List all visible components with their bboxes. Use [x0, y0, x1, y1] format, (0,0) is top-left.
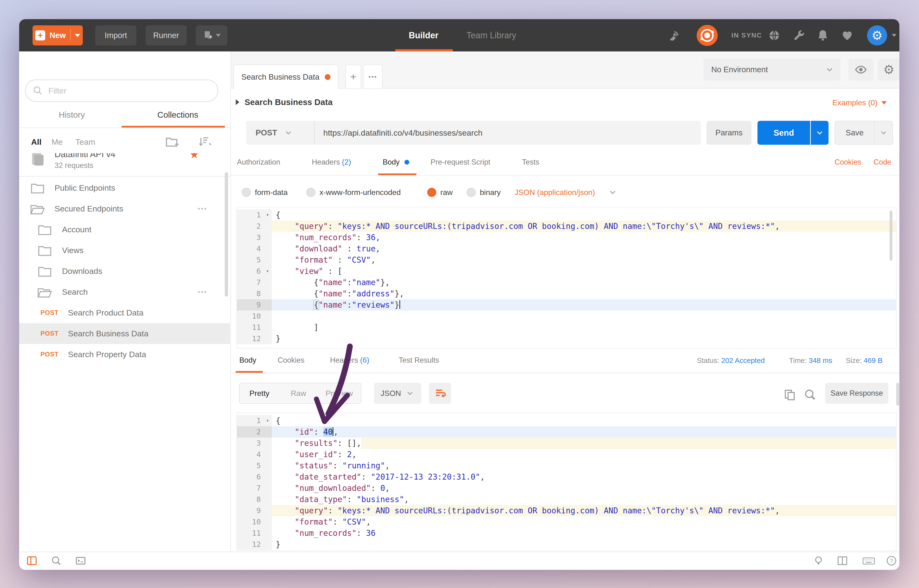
- toggle-sidebar-button[interactable]: [23, 552, 40, 569]
- view-raw-button[interactable]: Raw: [279, 383, 318, 404]
- tab-prerequest-script[interactable]: Pre-request Script: [430, 158, 490, 166]
- chevron-down-icon: [284, 128, 293, 137]
- wrap-lines-button[interactable]: [429, 383, 451, 404]
- tab-collections[interactable]: Collections: [125, 108, 230, 122]
- bootcamp-button[interactable]: [810, 552, 827, 569]
- scope-me[interactable]: Me: [52, 137, 63, 147]
- sidebar-request-search-business-data[interactable]: POST Search Business Data: [19, 323, 230, 344]
- environment-preview-button[interactable]: [848, 58, 873, 81]
- environment-select[interactable]: No Environment: [704, 58, 840, 81]
- sort-icon[interactable]: [197, 135, 212, 149]
- import-button[interactable]: Import: [95, 25, 136, 45]
- response-tab-test-results[interactable]: Test Results: [399, 356, 439, 365]
- tab-history[interactable]: History: [19, 108, 125, 122]
- account-menu-caret[interactable]: [887, 19, 900, 52]
- globe-icon[interactable]: [765, 19, 784, 52]
- heart-icon[interactable]: [838, 19, 857, 52]
- sidebar-item-account[interactable]: Account: [19, 219, 230, 240]
- radio-urlencoded[interactable]: [306, 188, 316, 197]
- disclosure-triangle-icon[interactable]: [236, 99, 239, 105]
- method-badge: POST: [40, 330, 59, 337]
- response-body-editor[interactable]: 1▾{2 "id": 40,3 "results": [],4 "user_id…: [236, 413, 896, 551]
- radio-form-data[interactable]: [242, 188, 251, 197]
- radio-binary[interactable]: [467, 188, 476, 197]
- tab-body[interactable]: Body: [383, 158, 409, 166]
- global-search-button[interactable]: [48, 552, 65, 569]
- scope-team[interactable]: Team: [75, 137, 95, 147]
- bell-icon[interactable]: [813, 19, 832, 52]
- collections-scope-row: All Me Team: [19, 132, 230, 153]
- sidebar-item-secured-endpoints[interactable]: Secured Endpoints •••: [19, 198, 230, 219]
- two-pane-view-button[interactable]: [834, 552, 851, 569]
- chevron-down-icon: [405, 389, 414, 398]
- sync-status-icon[interactable]: [694, 19, 720, 52]
- new-tab-button[interactable]: +: [345, 65, 361, 89]
- save-response-button[interactable]: Save Response: [825, 383, 888, 404]
- tab-overflow-button[interactable]: •••: [363, 65, 383, 89]
- response-body-tab-underline: [236, 371, 263, 373]
- sidebar: History Collections All Me Team: [19, 52, 231, 552]
- new-button[interactable]: + New: [32, 25, 83, 45]
- send-button[interactable]: Send: [757, 121, 810, 145]
- radio-raw[interactable]: [427, 188, 436, 197]
- tab-authorization[interactable]: Authorization: [237, 158, 280, 166]
- view-preview-button[interactable]: Preview: [317, 383, 361, 404]
- examples-dropdown[interactable]: Examples (0): [832, 99, 887, 107]
- url-input[interactable]: https://api.datafiniti.co/v4/businesses/…: [315, 121, 701, 145]
- tab-tests[interactable]: Tests: [522, 158, 539, 166]
- view-pretty-button[interactable]: Pretty: [239, 383, 280, 404]
- method-select[interactable]: POST: [246, 121, 315, 145]
- sidebar-scrollbar[interactable]: [225, 172, 228, 297]
- request-body-editor[interactable]: 1▾{2 "query": "keys:* AND sourceURLs:(tr…: [236, 207, 896, 349]
- code-link[interactable]: Code: [874, 158, 891, 166]
- sidebar-request-search-property-data[interactable]: POST Search Property Data: [19, 344, 230, 365]
- sidebar-item-downloads[interactable]: Downloads: [19, 261, 230, 281]
- item-menu-icon[interactable]: •••: [198, 205, 207, 212]
- send-options-button[interactable]: [811, 121, 828, 145]
- params-button[interactable]: Params: [707, 121, 751, 145]
- runner-button[interactable]: Runner: [146, 25, 187, 45]
- response-language-select[interactable]: JSON: [374, 383, 421, 404]
- shortcuts-button[interactable]: [859, 552, 878, 569]
- avatar[interactable]: ⚙: [866, 19, 888, 52]
- new-folder-icon[interactable]: [165, 134, 180, 149]
- content-type-select[interactable]: JSON (application/json): [515, 188, 595, 197]
- request-editor-scrollbar[interactable]: [890, 210, 892, 261]
- sidebar-item-search[interactable]: Search •••: [19, 281, 230, 302]
- filter-input[interactable]: [48, 86, 193, 96]
- console-button[interactable]: [72, 552, 89, 569]
- item-menu-icon[interactable]: •••: [198, 288, 207, 296]
- main-scrollbar[interactable]: [896, 383, 899, 406]
- console-icon: [75, 555, 86, 567]
- search-response-icon[interactable]: [803, 388, 817, 401]
- help-button[interactable]: ?: [883, 552, 900, 569]
- response-tab-body[interactable]: Body: [239, 356, 256, 365]
- tab-builder[interactable]: Builder: [395, 19, 452, 52]
- sidebar-item-public-endpoints[interactable]: Public Endpoints: [19, 178, 230, 198]
- copy-icon[interactable]: [783, 388, 796, 401]
- method-badge: POST: [40, 309, 59, 317]
- favorite-star-icon[interactable]: ★: [189, 153, 199, 160]
- scope-all[interactable]: All: [31, 137, 41, 147]
- sidebar-request-search-product-data[interactable]: POST Search Product Data: [19, 302, 230, 323]
- save-button[interactable]: Save: [835, 121, 875, 145]
- response-tab-cookies[interactable]: Cookies: [278, 356, 304, 365]
- settings-button[interactable]: ⚙: [878, 58, 900, 81]
- collection-item[interactable]: Datafiniti API v4 ★ 32 requests: [19, 153, 230, 176]
- unsaved-dot-icon: [325, 74, 330, 80]
- wrench-icon[interactable]: [789, 19, 809, 52]
- tab-team-library[interactable]: Team Library: [459, 19, 524, 52]
- request-title: Search Business Data: [244, 97, 333, 107]
- new-button-label: New: [50, 31, 66, 40]
- tab-headers[interactable]: Headers (2): [312, 158, 351, 166]
- open-request-tab[interactable]: Search Business Data: [233, 65, 338, 89]
- chevron-down-icon: [879, 128, 888, 137]
- sidebar-filter[interactable]: [25, 79, 218, 102]
- chevron-down-icon[interactable]: [75, 34, 80, 37]
- cookies-link[interactable]: Cookies: [835, 158, 861, 166]
- response-tab-headers[interactable]: Headers (6): [330, 356, 369, 365]
- sidebar-item-views[interactable]: Views: [19, 240, 230, 261]
- new-window-button[interactable]: [196, 25, 227, 45]
- save-options-button[interactable]: [875, 121, 893, 145]
- satellite-icon[interactable]: [665, 19, 682, 52]
